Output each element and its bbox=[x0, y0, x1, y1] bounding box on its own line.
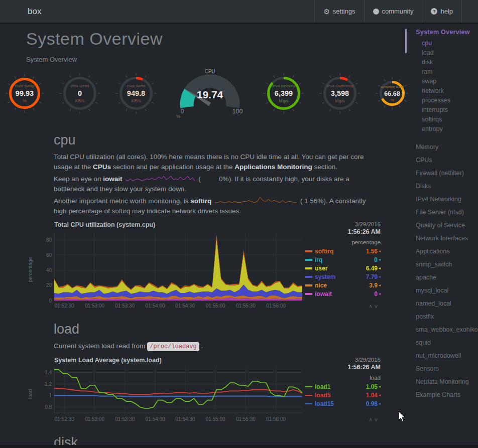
cpu-chart-plot[interactable]: 01:52:3001:53:0001:53:3001:54:0001:54:30… bbox=[34, 229, 305, 310]
legend-value: 1.56 bbox=[366, 248, 378, 255]
legend-arrow-icon: ◂ bbox=[379, 266, 381, 270]
softirq-label: softirq bbox=[190, 197, 211, 205]
sidebar-item-disk[interactable]: disk bbox=[403, 58, 478, 67]
help-icon: ? bbox=[431, 8, 437, 15]
sidebar-item-example-charts[interactable]: Example Charts bbox=[403, 388, 478, 401]
legend-value: 1.04 bbox=[366, 392, 378, 399]
sidebar-item-processes[interactable]: processes bbox=[403, 96, 478, 105]
sidebar-item-load[interactable]: load bbox=[403, 48, 478, 58]
sidebar-item-sensors[interactable]: Sensors bbox=[403, 362, 478, 375]
load-chart-ylabel: load bbox=[26, 365, 34, 423]
help-label: help bbox=[440, 8, 453, 15]
sidebar-item-cpu[interactable]: cpu bbox=[403, 39, 478, 48]
sidebar-item-applications[interactable]: Applications bbox=[403, 245, 478, 258]
svg-text:Disk Write: Disk Write bbox=[127, 84, 146, 88]
legend-item-iowait[interactable]: iowait0◂ bbox=[305, 289, 381, 298]
sidebar-item-squid[interactable]: squid bbox=[403, 336, 478, 349]
sidebar-item-firewall-netfilter-[interactable]: Firewall (netfilter) bbox=[403, 167, 478, 180]
load-chart-plot[interactable]: 01:52:3001:53:0001:53:3001:54:0001:54:30… bbox=[34, 365, 305, 423]
sidebar-item-ram[interactable]: ram bbox=[403, 67, 478, 77]
svg-text:100: 100 bbox=[232, 108, 243, 115]
sidebar-item-memory[interactable]: Memory bbox=[403, 140, 478, 154]
chart-resize-icons[interactable]: ∧∨ bbox=[369, 416, 380, 423]
svg-text:40: 40 bbox=[46, 267, 52, 273]
disk-read-gauge[interactable]: Disk Read0KB/s bbox=[58, 71, 102, 117]
sidebar-item-softirqs[interactable]: softirqs bbox=[403, 115, 478, 124]
sidebar-item-netdata-monitoring[interactable]: Netdata Monitoring bbox=[403, 375, 478, 388]
sidebar-item-nut-microdowell[interactable]: nut_microdowell bbox=[403, 349, 478, 362]
community-button[interactable]: community bbox=[364, 0, 422, 23]
page-title: System Overview bbox=[26, 29, 381, 49]
gear-icon: ⚙ bbox=[323, 8, 330, 15]
legend-name: load15 bbox=[315, 400, 334, 407]
svg-text:Disk Read: Disk Read bbox=[71, 84, 89, 88]
legend-arrow-icon: ◂ bbox=[379, 274, 381, 279]
load5-swatch bbox=[305, 395, 312, 396]
sidebar-item-swap[interactable]: swap bbox=[403, 77, 478, 86]
sidebar-item-apache[interactable]: apache bbox=[403, 271, 478, 284]
svg-text:0.8: 0.8 bbox=[45, 404, 52, 410]
sidebar-item-sma-webbox-exohiko[interactable]: sma_webbox_exohiko bbox=[403, 323, 478, 336]
sidebar-item-disks[interactable]: Disks bbox=[403, 180, 478, 193]
svg-text:1.2: 1.2 bbox=[45, 381, 52, 387]
ipv4-inbound-gauge[interactable]: IPv4 Inbound6,399kbps bbox=[262, 71, 306, 117]
iowait-value: 0% bbox=[201, 174, 229, 184]
text: section and per application usage at the bbox=[111, 163, 234, 171]
svg-text:3,598: 3,598 bbox=[331, 89, 349, 97]
legend-item-irq[interactable]: irq0◂ bbox=[305, 255, 381, 264]
sidebar-active-indicator bbox=[405, 29, 407, 53]
sidebar-item-snmp-switch[interactable]: snmp_switch bbox=[403, 258, 478, 271]
system-swatch bbox=[305, 276, 312, 278]
text: . bbox=[201, 342, 203, 350]
legend-item-load5[interactable]: load51.04◂ bbox=[305, 391, 381, 399]
legend-item-softirq[interactable]: softirq1.56◂ bbox=[305, 247, 381, 255]
sidebar-item-mysql-local[interactable]: mysql_local bbox=[403, 284, 478, 297]
legend-item-system[interactable]: system7.79◂ bbox=[305, 272, 381, 281]
legend-item-nice[interactable]: nice3.9◂ bbox=[305, 281, 381, 289]
svg-text:01:52:30: 01:52:30 bbox=[55, 303, 74, 309]
help-button[interactable]: ? help bbox=[422, 0, 462, 23]
sidebar-item-quality-of-service[interactable]: Quality of Service bbox=[403, 219, 478, 232]
legend-name: user bbox=[315, 265, 327, 272]
load1-swatch bbox=[305, 386, 312, 387]
legend-item-user[interactable]: user6.49◂ bbox=[305, 264, 381, 272]
load-paragraph: Current system load read from /proc/load… bbox=[54, 341, 379, 352]
sidebar-item-network-interfaces[interactable]: Network Interfaces bbox=[403, 232, 478, 245]
applications-monitoring-link[interactable]: Applications Monitoring bbox=[234, 163, 312, 171]
user-swatch bbox=[305, 267, 312, 269]
svg-text:KB/s: KB/s bbox=[75, 98, 85, 103]
sidebar-item-file-server-nfsd-[interactable]: File Server (nfsd) bbox=[403, 206, 478, 219]
legend-value: 0 bbox=[374, 290, 378, 297]
text: Another important metric worth monitorin… bbox=[54, 197, 190, 205]
cpu-gauge[interactable]: CPU19.740100% bbox=[170, 68, 250, 120]
sidebar-item-cpus[interactable]: CPUs bbox=[403, 154, 478, 167]
ipv4-outbound-gauge[interactable]: IPv4 Outbound3,598kbps bbox=[318, 71, 362, 117]
settings-button[interactable]: ⚙ settings bbox=[314, 0, 364, 23]
svg-text:0: 0 bbox=[181, 108, 184, 115]
navbar-brand[interactable]: box bbox=[28, 7, 41, 17]
legend-name: load5 bbox=[315, 392, 330, 399]
svg-text:99.93: 99.93 bbox=[16, 89, 34, 97]
sidebar-item-entropy[interactable]: entropy bbox=[403, 124, 478, 134]
legend-item-load1[interactable]: load11.05◂ bbox=[305, 382, 381, 391]
sidebar-item-system-overview[interactable]: System Overview bbox=[403, 28, 478, 36]
free-swap-gauge[interactable]: Free Swap99.93% bbox=[4, 72, 46, 116]
sidebar-item-network[interactable]: network bbox=[403, 86, 478, 96]
legend-arrow-icon: ◂ bbox=[379, 401, 381, 406]
sidebar-item-ipv4-networking[interactable]: IPv4 Networking bbox=[403, 193, 478, 206]
legend-arrow-icon: ◂ bbox=[379, 291, 381, 296]
section-heading-load: load bbox=[54, 322, 381, 337]
cpus-link[interactable]: CPUs bbox=[93, 163, 111, 171]
nice-swatch bbox=[305, 284, 312, 286]
navbar: box ⚙ settings community ? help bbox=[0, 0, 478, 24]
sidebar-item-interrupts[interactable]: interrupts bbox=[403, 105, 478, 115]
svg-text:0: 0 bbox=[49, 298, 52, 304]
legend-value: 7.79 bbox=[366, 273, 378, 280]
chart-resize-icons[interactable]: ∧∨ bbox=[369, 303, 380, 310]
disk-write-gauge[interactable]: Disk Write949.8KB/s bbox=[114, 71, 158, 117]
svg-text:kbps: kbps bbox=[335, 98, 345, 103]
sidebar-item-named-local[interactable]: named_local bbox=[403, 297, 478, 310]
sidebar-item-postfix[interactable]: postfix bbox=[403, 310, 478, 323]
legend-item-load15[interactable]: load150.98◂ bbox=[305, 399, 381, 408]
main-content: System Overview System Overview Free Swa… bbox=[26, 29, 381, 448]
